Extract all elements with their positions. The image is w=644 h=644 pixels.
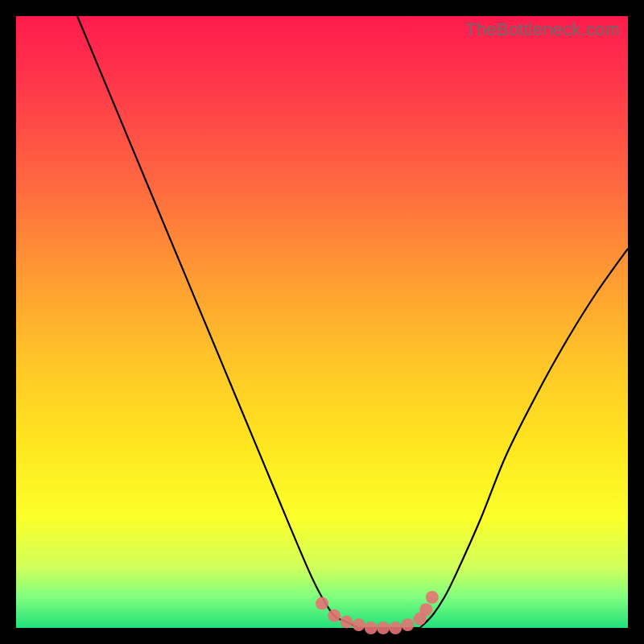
floor-dot <box>377 621 390 634</box>
curve-path <box>77 16 628 629</box>
floor-dot <box>316 597 328 610</box>
floor-dot <box>426 591 439 604</box>
chart-plot-area: TheBottleneck.com <box>16 16 628 628</box>
floor-dot <box>328 609 341 622</box>
chart-frame: TheBottleneck.com <box>0 0 644 644</box>
floor-dot <box>419 603 432 616</box>
floor-dot <box>401 618 414 631</box>
floor-dot <box>389 621 402 634</box>
floor-dot <box>353 618 365 631</box>
floor-dot <box>340 615 353 628</box>
bottleneck-curve <box>16 16 628 628</box>
floor-dot <box>365 621 378 634</box>
